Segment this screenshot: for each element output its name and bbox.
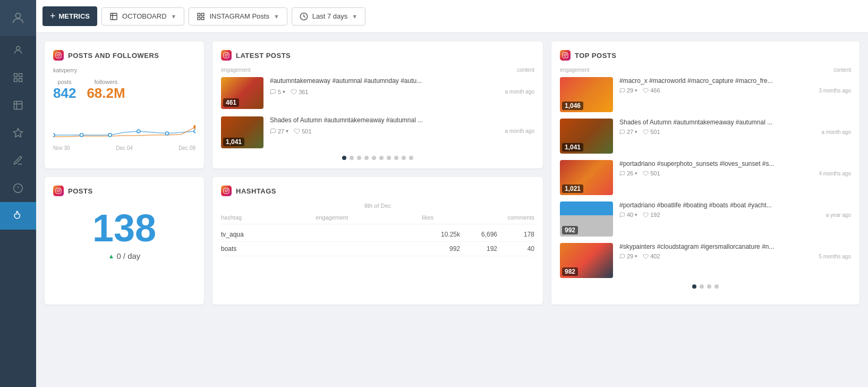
- top-post-text-4: #portadriano #boatlife #boating #boats #…: [619, 201, 851, 209]
- top-dot-2[interactable]: [700, 284, 704, 289]
- top-post-thumb-3: 1,021: [560, 160, 613, 195]
- dot-2[interactable]: [350, 156, 354, 160]
- top-post-time-4: a year ago: [826, 212, 851, 218]
- hashtags-title: HASHTAGS: [236, 187, 276, 195]
- top-post-item-3[interactable]: 1,021 #portadriano #superphoto_sunsets #…: [560, 160, 851, 195]
- hashtags-card: HASHTAGS 8th of Dec hashtag engagement l…: [212, 177, 543, 305]
- svg-point-24: [165, 132, 168, 135]
- sidebar-avatar[interactable]: [0, 0, 36, 36]
- building-icon: [109, 12, 118, 21]
- top-post-item-4[interactable]: 992 #portadriano #boatlife #boating #boa…: [560, 201, 851, 237]
- comment-icon-2: [270, 128, 276, 134]
- dot-10[interactable]: [409, 156, 413, 160]
- latest-post-item-1[interactable]: 461 #autumntakemeaway #autumnal #autumnd…: [221, 77, 534, 109]
- svg-point-38: [227, 189, 228, 190]
- top-post-item-5[interactable]: 982 #skypainters #cloudstagram #igersmal…: [560, 243, 851, 278]
- ht-engagement-1: 10.25k: [423, 231, 460, 238]
- pf-followers-value: 68.2M: [87, 85, 125, 102]
- sidebar-item-info[interactable]: [0, 174, 36, 202]
- hashtag-row-2[interactable]: boats 992 192 40: [221, 242, 534, 256]
- per-day-value: 0: [117, 251, 121, 260]
- svg-point-37: [225, 190, 227, 192]
- sidebar-item-bug[interactable]: [0, 202, 36, 230]
- top-dot-4[interactable]: [714, 284, 719, 289]
- svg-point-20: [53, 133, 55, 137]
- svg-rect-30: [563, 53, 568, 58]
- top-dot-3[interactable]: [707, 284, 711, 289]
- ht-col-likes: likes: [422, 214, 433, 221]
- svg-rect-5: [19, 79, 22, 82]
- sidebar-item-pen[interactable]: [0, 147, 36, 174]
- svg-point-31: [564, 54, 566, 56]
- top-dot-1[interactable]: [692, 284, 696, 289]
- latest-post-stats-2: 27 ▾ 501: [270, 128, 312, 134]
- latest-post-time-2: a month ago: [505, 128, 534, 134]
- grid-icon: [197, 12, 205, 21]
- ht-comments-2: 40: [497, 245, 534, 253]
- dot-8[interactable]: [394, 156, 398, 160]
- latest-post-item-2[interactable]: 1,041 Shades of Autumn #autumntakemeaway…: [221, 116, 534, 148]
- top-posts-card: TOP POSTS engagement content 1,046 #macr…: [551, 41, 860, 305]
- heart-icon-top2: [643, 129, 649, 135]
- comment-icon-top5: [619, 254, 625, 259]
- hashtag-row-1[interactable]: tv_aqua 10.25k 6,696 178: [221, 228, 534, 242]
- top-post-count-3: 1,021: [562, 184, 583, 193]
- top-post-stats-1: 29 ▾ 466: [619, 87, 660, 94]
- dot-6[interactable]: [379, 156, 384, 160]
- ht-likes-1: 6,696: [460, 231, 497, 238]
- top-post-thumb-5: 982: [560, 243, 613, 278]
- latest-post-time-1: a month ago: [505, 89, 534, 95]
- sidebar-item-user[interactable]: [0, 36, 36, 64]
- sidebar-item-star[interactable]: [0, 119, 36, 147]
- octoboard-label: OCTOBOARD: [122, 12, 167, 20]
- sidebar-item-grid[interactable]: [0, 64, 36, 91]
- ht-engagement-2: 992: [423, 245, 460, 253]
- card-header-hashtags: HASHTAGS: [221, 186, 534, 196]
- card-header-pf: POSTS AND FOLLOWERS: [53, 50, 195, 61]
- latest-pagination-dots: [221, 156, 534, 160]
- chart-date-1: Nov 30: [53, 145, 70, 151]
- heart-icon-top4: [643, 212, 649, 218]
- dot-3[interactable]: [357, 156, 361, 160]
- dot-5[interactable]: [372, 156, 376, 160]
- dot-1[interactable]: [342, 156, 346, 160]
- posts-card: POSTS 138 ▲ 0 / day: [45, 177, 204, 305]
- svg-point-0: [15, 13, 20, 18]
- top-post-item-1[interactable]: 1,046 #macro_x #macroworld #macro_captur…: [560, 77, 851, 112]
- period-dropdown[interactable]: Last 7 days ▼: [292, 7, 365, 26]
- heart-icon-top1: [643, 88, 649, 94]
- hashtag-table: hashtag engagement likes comments tv_aqu…: [221, 214, 534, 256]
- top-post-text-2: Shades of Autumn #autumntakemeaway #autu…: [619, 119, 851, 126]
- ht-likes-2: 192: [460, 245, 497, 253]
- dot-9[interactable]: [402, 156, 406, 160]
- svg-marker-7: [14, 129, 23, 137]
- svg-rect-4: [14, 79, 18, 82]
- sidebar-item-building[interactable]: [0, 91, 36, 119]
- top-pagination-dots: [560, 284, 851, 289]
- top-post-info-5: #skypainters #cloudstagram #igersmallorc…: [619, 243, 851, 259]
- svg-rect-6: [14, 102, 22, 110]
- top-post-text-5: #skypainters #cloudstagram #igersmallorc…: [619, 243, 851, 250]
- clock-icon: [300, 12, 308, 21]
- posts-title: POSTS: [68, 187, 93, 195]
- add-metrics-button[interactable]: + METRICS: [42, 6, 97, 26]
- content-grid: POSTS AND FOLLOWERS katvperry posts 842 …: [36, 33, 868, 387]
- dot-7[interactable]: [387, 156, 391, 160]
- latest-post-comments-1: 5 ▾: [270, 89, 285, 95]
- octoboard-dropdown[interactable]: OCTOBOARD ▼: [101, 7, 184, 26]
- top-post-item-2[interactable]: 1,041 Shades of Autumn #autumntakemeaway…: [560, 119, 851, 154]
- svg-point-21: [80, 133, 83, 137]
- chevron-down-icon3: ▼: [352, 13, 358, 20]
- svg-rect-3: [19, 74, 22, 77]
- top-post-thumb-1: 1,046: [560, 77, 613, 112]
- instagram-icon-top: [560, 50, 571, 61]
- instagram-dropdown[interactable]: INSTAGRAM Posts ▼: [189, 7, 287, 26]
- arrow-up-icon: ▲: [108, 253, 115, 260]
- svg-rect-11: [110, 13, 117, 20]
- comment-icon: [270, 89, 276, 95]
- pf-subtitle: katvperry: [53, 67, 195, 73]
- top-post-time-3: 4 months ago: [819, 171, 851, 176]
- sidebar: [0, 0, 36, 387]
- heart-icon-top3: [643, 171, 649, 176]
- dot-4[interactable]: [364, 156, 369, 160]
